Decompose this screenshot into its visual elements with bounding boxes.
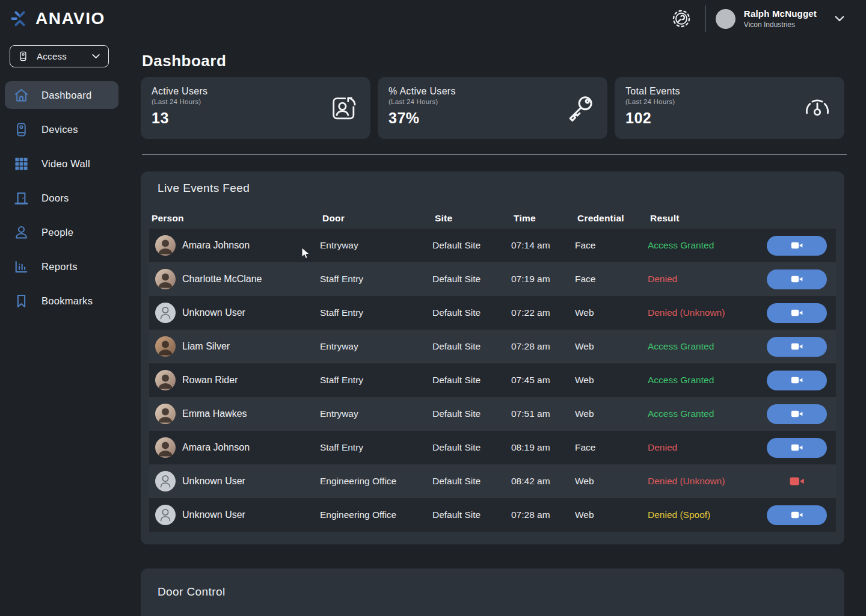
time-cell: 07:14 am — [511, 240, 575, 251]
sidebar-item-label: Doors — [41, 192, 69, 204]
door-cell: Entryway — [320, 408, 432, 419]
stat-card-total-events: Total Events (Last 24 Hours) 102 — [615, 77, 844, 139]
sidebar-item-doors[interactable]: Doors — [5, 184, 118, 212]
video-button[interactable] — [767, 337, 827, 357]
gear-wrench-icon[interactable] — [669, 7, 693, 31]
person-name: Emma Hawkes — [182, 408, 247, 419]
event-row[interactable]: Amara JohnsonStaff EntryDefault Site08:1… — [149, 431, 836, 464]
module-label: Access — [37, 51, 67, 61]
time-cell: 07:19 am — [511, 274, 575, 285]
video-button[interactable] — [767, 505, 827, 525]
door-cell: Engineering Office — [320, 510, 432, 520]
event-row[interactable]: Liam SilverEntrywayDefault Site07:28 amW… — [149, 330, 836, 363]
event-row[interactable]: Unknown UserEngineering OfficeDefault Si… — [149, 498, 836, 532]
key-icon — [565, 93, 595, 123]
event-row[interactable]: Emma HawkesEntrywayDefault Site07:51 amW… — [149, 397, 836, 431]
result-cell: Denied (Spoof) — [648, 510, 766, 520]
video-button[interactable] — [767, 270, 827, 289]
door-cell: Engineering Office — [320, 476, 432, 487]
live-events-card: Live Events Feed PersonDoorSiteTimeCrede… — [141, 171, 844, 544]
sidebar-nav: DashboardDevicesVideo WallDoorsPeopleRep… — [5, 81, 118, 315]
result-cell: Access Granted — [648, 240, 766, 251]
module-selector[interactable]: Access — [10, 45, 109, 67]
sidebar: Access DashboardDevicesVideo WallDoorsPe… — [0, 37, 123, 616]
gauge-icon — [802, 93, 832, 123]
chevron-down-icon — [91, 51, 101, 61]
event-row[interactable]: Rowan RiderStaff EntryDefault Site07:45 … — [149, 363, 836, 397]
person-avatar — [155, 235, 176, 256]
video-button[interactable] — [767, 303, 827, 323]
person-avatar — [155, 269, 176, 289]
stat-cards: Active Users (Last 24 Hours) 13 % Active… — [141, 77, 844, 139]
access-device-icon — [17, 51, 29, 62]
person-avatar — [155, 303, 176, 323]
topbar-divider — [705, 5, 706, 32]
section-divider — [142, 154, 847, 155]
site-cell: Default Site — [432, 476, 511, 487]
credential-cell: Face — [575, 442, 648, 453]
sidebar-item-label: Reports — [41, 261, 78, 273]
column-header-credential: Credential — [577, 213, 650, 224]
result-cell: Access Granted — [648, 341, 766, 352]
door-cell: Staff Entry — [320, 274, 432, 285]
video-camera-icon — [790, 238, 804, 253]
credential-cell: Web — [575, 408, 648, 419]
person-avatar — [155, 471, 176, 491]
column-header-site: Site — [435, 213, 514, 224]
sidebar-item-devices[interactable]: Devices — [5, 116, 118, 143]
bar-chart-icon — [13, 259, 29, 275]
topbar: ANAVIO Ralph McNugget Vicon Industries — [0, 0, 866, 37]
video-button[interactable] — [767, 236, 827, 256]
video-cell — [766, 270, 836, 289]
person-name: Amara Johnson — [182, 442, 250, 453]
door-icon — [13, 190, 29, 206]
site-cell: Default Site — [432, 442, 511, 453]
site-cell: Default Site — [432, 408, 511, 419]
time-cell: 07:28 am — [511, 341, 575, 352]
video-cell — [766, 438, 836, 458]
person-cell: Rowan Rider — [149, 370, 320, 390]
sidebar-item-video-wall[interactable]: Video Wall — [5, 150, 118, 177]
sidebar-item-reports[interactable]: Reports — [5, 253, 118, 280]
sidebar-item-people[interactable]: People — [5, 218, 118, 246]
time-cell: 08:19 am — [511, 442, 575, 453]
door-cell: Entryway — [320, 240, 432, 251]
user-org: Vicon Industries — [744, 20, 817, 29]
user-menu[interactable]: Ralph McNugget Vicon Industries — [716, 8, 846, 29]
video-button[interactable] — [767, 371, 827, 390]
video-button[interactable] — [767, 438, 827, 458]
event-row[interactable]: Charlotte McClaneStaff EntryDefault Site… — [149, 262, 836, 296]
video-camera-icon — [790, 508, 804, 522]
person-name: Unknown User — [182, 307, 245, 318]
sidebar-item-bookmarks[interactable]: Bookmarks — [5, 287, 118, 315]
user-avatar[interactable] — [716, 9, 735, 29]
person-cell: Charlotte McClane — [149, 269, 320, 289]
chevron-down-icon[interactable] — [834, 13, 846, 25]
video-button[interactable] — [767, 404, 827, 424]
result-cell: Access Granted — [648, 375, 766, 386]
brand-name: ANAVIO — [35, 9, 105, 28]
door-cell: Staff Entry — [320, 442, 432, 453]
credential-cell: Web — [575, 375, 648, 386]
brand-logo: ANAVIO — [10, 8, 105, 29]
user-name: Ralph McNugget — [744, 8, 817, 19]
video-cell — [766, 303, 836, 323]
video-camera-icon — [790, 373, 804, 387]
video-cell — [766, 404, 836, 424]
person-cell: Emma Hawkes — [149, 404, 320, 424]
person-icon — [13, 224, 29, 241]
column-header-time: Time — [514, 213, 577, 224]
person-cell: Amara Johnson — [149, 437, 320, 458]
column-header-person: Person — [152, 213, 322, 224]
video-camera-alert-icon[interactable] — [767, 472, 827, 490]
stat-card-percent-active-users: % Active Users (Last 24 Hours) 37% — [378, 77, 607, 139]
door-control-card: Door Control — [141, 568, 844, 616]
event-row[interactable]: Unknown UserStaff EntryDefault Site07:22… — [149, 296, 836, 330]
event-row[interactable]: Unknown UserEngineering OfficeDefault Si… — [149, 464, 836, 498]
person-avatar — [155, 370, 176, 390]
door-cell: Entryway — [320, 341, 432, 352]
person-avatar — [155, 437, 176, 458]
sidebar-item-dashboard[interactable]: Dashboard — [5, 81, 118, 109]
event-row[interactable]: Amara JohnsonEntrywayDefault Site07:14 a… — [149, 229, 836, 262]
person-name: Unknown User — [182, 510, 245, 520]
